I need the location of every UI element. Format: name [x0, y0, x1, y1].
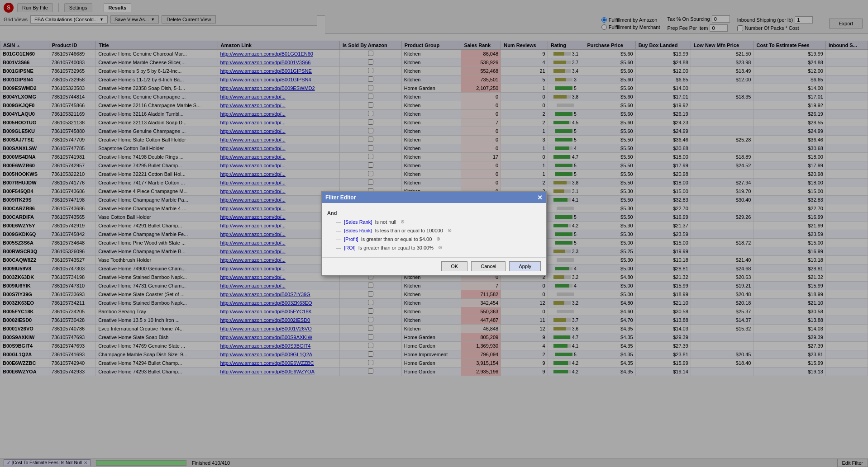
rule-condition: Is not null: [375, 219, 396, 225]
rule-field: [Sales Rank]: [344, 228, 372, 233]
filter-dialog: Filter Editor ✕ And — [Sales Rank] Is no…: [321, 191, 547, 276]
rule-dash: —: [336, 236, 341, 242]
rule-remove-icon[interactable]: ⊗: [438, 245, 442, 250]
rule-dash: —: [336, 219, 341, 225]
filter-rule: — [Profit] Is greater than or equal to $…: [327, 235, 541, 243]
rule-field: [Sales Rank]: [344, 219, 372, 225]
rule-condition: Is less than or equal to 100000: [375, 228, 443, 233]
dialog-title-bar: Filter Editor ✕: [322, 192, 546, 203]
filter-rule: — [Sales Rank] Is not null ⊗: [327, 217, 541, 226]
filter-overlay: Filter Editor ✕ And — [Sales Rank] Is no…: [0, 0, 868, 467]
filter-rule: — [ROI] Is greater than or equal to 30.0…: [327, 243, 541, 252]
rule-remove-icon[interactable]: ⊗: [448, 227, 452, 233]
filter-rules-list: — [Sales Rank] Is not null ⊗ — [Sales Ra…: [327, 217, 541, 252]
apply-button[interactable]: Apply: [509, 261, 541, 271]
rule-remove-icon[interactable]: ⊗: [436, 236, 440, 242]
rule-condition: Is greater than or equal to 30.00%: [358, 245, 434, 250]
rule-dash: —: [336, 245, 341, 250]
rule-field: [Profit]: [344, 236, 358, 242]
filter-rule: — [Sales Rank] Is less than or equal to …: [327, 226, 541, 235]
dialog-body: And — [Sales Rank] Is not null ⊗ — [Sale…: [322, 203, 546, 257]
dialog-footer: OK Cancel Apply: [322, 257, 546, 275]
rule-condition: Is greater than or equal to $4.00: [361, 236, 432, 242]
ok-button[interactable]: OK: [441, 261, 467, 271]
dialog-title-text: Filter Editor: [325, 194, 356, 201]
rule-dash: —: [336, 228, 341, 233]
rule-field: [ROI]: [344, 245, 356, 250]
rule-remove-icon[interactable]: ⊗: [401, 219, 405, 225]
cancel-button[interactable]: Cancel: [471, 261, 506, 271]
filter-and-label: And: [327, 208, 541, 217]
close-dialog-button[interactable]: ✕: [537, 194, 543, 201]
